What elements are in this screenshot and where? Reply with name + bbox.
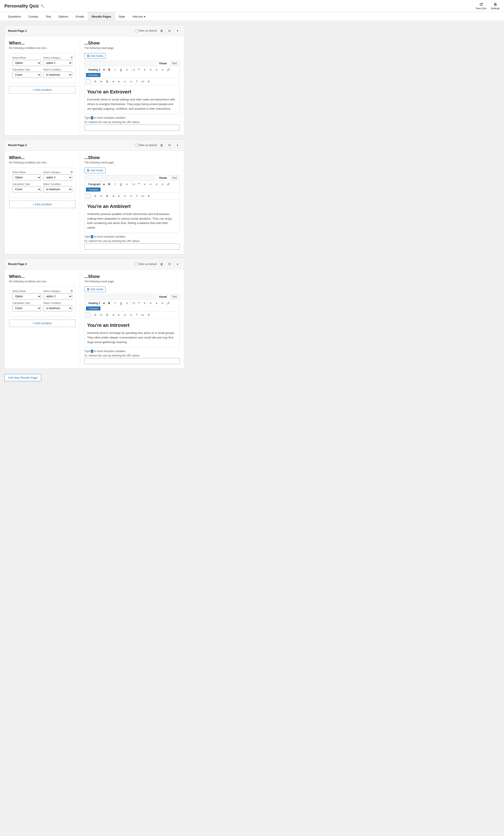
mark-default-2-label[interactable]: Mark as default (135, 144, 157, 147)
text-tab-1[interactable]: Text (169, 61, 179, 66)
close-btn-1[interactable]: ✕ (146, 79, 151, 84)
blockquote-btn-1[interactable]: ❝ (136, 67, 141, 72)
calc-type-2-select[interactable]: Count Score (12, 186, 41, 192)
mark-default-1-label[interactable]: Mark as default (135, 29, 157, 32)
delete-condition-3-1-button[interactable]: ✕ (70, 289, 73, 293)
blockquote-btn-2[interactable]: ❝ (136, 182, 141, 187)
select-mode-3-select[interactable]: Option Count (12, 293, 41, 300)
color-swatch-1[interactable] (86, 79, 90, 84)
undo-btn-1[interactable]: ↩ (122, 79, 128, 84)
tab-emails[interactable]: Emails (72, 12, 88, 21)
mark-default-1-checkbox[interactable] (135, 30, 138, 32)
mark-default-3-checkbox[interactable] (135, 263, 138, 265)
format-select-1[interactable]: Heading 2 Heading 1 Paragraph (86, 67, 106, 72)
undo-btn-2[interactable]: ↩ (122, 193, 128, 199)
underline-btn-2[interactable]: U (118, 182, 124, 187)
color-swatch-3[interactable] (86, 313, 90, 317)
editor-content-1[interactable]: You're an Extrovert Extroverts thrive in… (85, 86, 179, 114)
omega-btn-3[interactable]: Ω (104, 312, 110, 318)
add-condition-1-button[interactable]: + Add condition (9, 86, 75, 94)
redo-btn-2[interactable]: ↪ (128, 193, 134, 199)
editor-content-2[interactable]: You're an Ambivert Ambiverts possess qua… (85, 200, 179, 233)
settings-button[interactable]: Settings (491, 2, 500, 10)
align-justify-btn-1[interactable]: ≡ (160, 67, 165, 72)
variables-btn-2[interactable]: / Variables (86, 188, 100, 191)
align-center-btn-3[interactable]: ≡ (148, 301, 153, 306)
add-new-results-page-button[interactable]: Add New Results Page (4, 374, 41, 381)
underline-btn-1[interactable]: U (118, 67, 124, 72)
select-condition-3-select[interactable]: is maximum is minimum equals greater tha… (43, 305, 72, 311)
redirect-input-3[interactable] (84, 358, 180, 364)
select-mode-2-select[interactable]: Option Count (12, 174, 41, 180)
calc-type-1-select[interactable]: Count Score (12, 72, 41, 78)
outdent-btn-2[interactable]: ⇤ (116, 193, 122, 199)
align-justify-btn-3[interactable]: ≡ (160, 301, 165, 306)
collapse-page-1-button[interactable]: ▾ (174, 27, 180, 34)
bold-btn-1[interactable]: B (106, 67, 112, 72)
visual-tab-3[interactable]: Visual (156, 294, 169, 300)
visual-tab-1[interactable]: Visual (156, 61, 169, 66)
align-right-btn-2[interactable]: ≡ (154, 182, 159, 187)
indent-btn-2[interactable]: ⇥ (111, 193, 116, 199)
link-btn-2[interactable]: 🔗 (166, 182, 171, 187)
align-center-btn-1[interactable]: ≡ (148, 67, 153, 72)
code-btn-2[interactable]: <> (140, 193, 146, 199)
tab-text[interactable]: Text (42, 12, 55, 21)
align-left-btn-3[interactable]: ≡ (142, 301, 148, 306)
tab-addons[interactable]: Add-ons ▾ (129, 12, 149, 21)
outdent-btn-3[interactable]: ⇤ (116, 312, 122, 318)
bold-btn-2[interactable]: B (106, 182, 112, 187)
variables-btn-1[interactable]: / Variables (86, 73, 100, 77)
select-category-2-select[interactable]: option 1 option 2 option 3 (43, 174, 72, 180)
select-category-1-select[interactable]: option 1 option 2 option 3 (43, 60, 72, 66)
close-btn-2[interactable]: ✕ (146, 193, 151, 199)
link-btn-1[interactable]: 🔗 (166, 67, 171, 72)
tab-contact[interactable]: Contact (25, 12, 42, 21)
format-select-3[interactable]: Heading 2 Heading 1 Paragraph (86, 301, 106, 306)
code-btn-1[interactable]: <> (140, 79, 146, 84)
delete-condition-1-1-button[interactable]: ✕ (70, 56, 73, 60)
indent-btn-1[interactable]: ⇥ (111, 79, 116, 84)
select-mode-1-select[interactable]: Option Count (12, 60, 41, 66)
add-condition-2-button[interactable]: + Add condition (9, 201, 75, 208)
mark-default-2-checkbox[interactable] (135, 144, 138, 147)
redirect-input-1[interactable] (84, 125, 180, 131)
ul-btn-3[interactable]: ≡ (124, 301, 130, 306)
align-right-btn-1[interactable]: ≡ (154, 67, 159, 72)
duplicate-page-3-button[interactable]: ⧉ (167, 261, 173, 267)
align-center-btn-2[interactable]: ≡ (148, 182, 153, 187)
tab-options[interactable]: Options (55, 12, 72, 21)
omega-btn-1[interactable]: Ω (104, 79, 110, 84)
help-btn-3[interactable]: ? (134, 312, 139, 318)
calc-type-3-select[interactable]: Count Score (12, 305, 41, 311)
indent-btn-3[interactable]: ⇥ (111, 312, 116, 318)
delete-condition-2-1-button[interactable]: ✕ (70, 170, 73, 174)
align-right-btn-3[interactable]: ≡ (154, 301, 159, 306)
ol-btn-1[interactable]: ⋮≡ (130, 67, 136, 72)
add-condition-3-button[interactable]: + Add condition (9, 319, 75, 327)
undo-btn-3[interactable]: ↩ (122, 312, 128, 318)
collapse-page-2-button[interactable]: ▾ (174, 142, 180, 148)
code-btn-3[interactable]: <> (140, 312, 146, 318)
eraser-btn-1[interactable]: ✏ (99, 79, 104, 84)
italic-btn-1[interactable]: I (113, 67, 118, 72)
select-condition-2-select[interactable]: is maximum is minimum equals greater tha… (43, 186, 72, 192)
align-left-btn-1[interactable]: ≡ (142, 67, 148, 72)
collapse-page-3-button[interactable]: ▾ (174, 261, 180, 267)
close-btn-3[interactable]: ✕ (146, 312, 151, 318)
align-left-btn-2[interactable]: ≡ (142, 182, 148, 187)
redo-btn-3[interactable]: ↪ (128, 312, 134, 318)
ul-btn-2[interactable]: ≡ (124, 182, 130, 187)
duplicate-page-2-button[interactable]: ⧉ (167, 142, 173, 148)
delete-page-1-button[interactable]: 🗑 (159, 27, 165, 34)
add-media-2-button[interactable]: 🖼 Add media (84, 168, 105, 173)
blockquote-btn-3[interactable]: ❝ (136, 301, 141, 306)
select-condition-1-select[interactable]: is maximum is minimum equals greater tha… (43, 72, 72, 78)
italic-btn-2[interactable]: I (113, 182, 118, 187)
font-color-btn-1[interactable]: A (93, 79, 98, 84)
text-tab-3[interactable]: Text (169, 294, 179, 300)
variables-btn-3[interactable]: / Variables (86, 306, 100, 310)
mark-default-3-label[interactable]: Mark as default (135, 263, 157, 266)
redirect-input-2[interactable] (84, 244, 180, 250)
duplicate-page-1-button[interactable]: ⧉ (167, 27, 173, 34)
